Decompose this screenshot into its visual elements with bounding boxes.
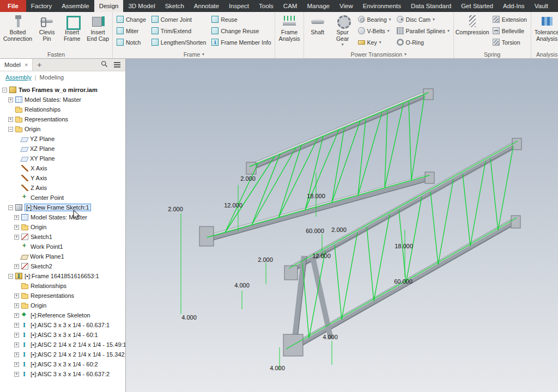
tree-item-reference-skeleton[interactable]: +[•]:Reference Skeleton [0,310,125,320]
tree-item-origin[interactable]: −Origin [0,124,125,134]
ribbon-panel-label-fasten[interactable]: Fasten [0,50,112,58]
torsion-button[interactable]: Torsion [490,36,529,48]
tree-item-center-point[interactable]: Center Point [0,193,125,203]
browser-filter-menu-icon[interactable] [114,62,120,68]
viewport-3d[interactable]: 2.00012.00018.0002.00060.0002.0002.00012… [126,59,558,392]
disc-cam-button[interactable]: Disc Cam▾ [395,14,452,25]
expander-plus-icon[interactable]: + [14,235,19,240]
trim-extend-button[interactable]: Trim/Extend [149,25,209,36]
miter-button[interactable]: Miter [114,25,148,36]
expander-plus-icon[interactable]: + [14,372,19,377]
bolted-connection-button[interactable]: BoltedConnection [2,13,34,43]
menu-tab-cam[interactable]: CAM [278,0,302,12]
bearing-button[interactable]: Bearing▾ [356,14,393,25]
tree-item-origin[interactable]: +Origin [0,222,125,232]
tree-item-aisc-3-x-3-x-1-4-60-637-2[interactable]: +[•]:AISC 3 x 3 x 1/4 - 60.637:2 [0,369,125,379]
insert-end-cap-button[interactable]: InsertEnd Cap [85,13,111,43]
compression-button[interactable]: Compression [456,13,489,36]
expander-plus-icon[interactable]: + [14,303,19,308]
tree-item-representations[interactable]: +Representations [0,114,125,124]
notch-button[interactable]: Notch [114,36,148,48]
expander-plus-icon[interactable]: + [14,313,19,318]
parallel-splines-button[interactable]: Parallel Splines▾ [395,25,452,36]
change-reuse-button[interactable]: Change Reuse [209,25,273,36]
expander-plus-icon[interactable]: + [14,264,19,269]
tree-item-work-plane1[interactable]: Work Plane1 [0,252,125,261]
menu-tab-file[interactable]: File [0,0,26,12]
menu-tab-collaborate[interactable]: Collaborate [553,0,558,12]
insert-frame-button[interactable]: InsertFrame [60,13,84,43]
expander-plus-icon[interactable]: + [14,293,19,298]
tree-item-aisc-3-x-3-x-1-4-60-637-1[interactable]: +[•]:AISC 3 x 3 x 1/4 - 60.637:1 [0,320,125,330]
tree-item-aisc-2-1-4-x-2-1-4-x-1-4-15-342-1[interactable]: +[•]:AISC 2 1/4 x 2 1/4 x 1/4 - 15.342:1 [0,350,125,359]
add-browser-tab-button[interactable]: + [33,60,46,69]
menu-tab-add-ins[interactable]: Add-Ins [498,0,530,12]
browser-mode-assembly[interactable]: Assembly [5,74,32,81]
menu-tab-data-standard[interactable]: Data Standard [406,0,456,12]
tree-item-xz-plane[interactable]: XZ Plane [0,144,125,154]
frame-analysis-button[interactable]: FrameAnalysis [277,13,301,43]
expander-plus-icon[interactable]: + [14,362,19,367]
expander-minus-icon[interactable]: − [2,88,7,93]
tree-item-representations[interactable]: +Representations [0,291,125,301]
expander-plus-icon[interactable]: + [14,352,19,357]
menu-tab-design[interactable]: Design [94,0,124,12]
menu-tab-sketch[interactable]: Sketch [160,0,189,12]
menu-tab-annotate[interactable]: Annotate [189,0,224,12]
tree-item-model-states-master[interactable]: +Model States: Master [0,95,125,105]
expander-plus-icon[interactable]: + [8,97,13,102]
expander-plus-icon[interactable]: + [8,117,13,122]
menu-tab-assemble[interactable]: Assemble [57,0,94,12]
menu-tab-tools[interactable]: Tools [254,0,278,12]
corner-joint-button[interactable]: Corner Joint [149,14,209,25]
expander-minus-icon[interactable]: − [8,127,13,132]
menu-tab-vault[interactable]: Vault [530,0,553,12]
expander-plus-icon[interactable]: + [14,215,19,220]
tree-item-aisc-3-x-3-x-1-4-60-1[interactable]: +[•]:AISC 3 x 3 x 1/4 - 60:1 [0,330,125,340]
ribbon-panel-label-frame[interactable]: Frame▾ [113,50,275,58]
shaft-button[interactable]: Shaft [306,13,330,36]
tree-item-relationships[interactable]: Relationships [0,281,125,291]
tree-item-sketch1[interactable]: +Sketch1 [0,232,125,242]
expander-plus-icon[interactable]: + [14,333,19,338]
menu-tab-3d-model[interactable]: 3D Model [123,0,160,12]
menu-tab-view[interactable]: View [335,0,358,12]
tree-item-aisc-2-1-4-x-2-1-4-x-1-4-15-49-1[interactable]: +[•]:AISC 2 1/4 x 2 1/4 x 1/4 - 15.49:1 [0,340,125,350]
frame-member-info-button[interactable]: Frame Member Info [209,36,273,48]
lengthen-shorten-button[interactable]: Lengthen/Shorten [149,36,209,48]
extension-button[interactable]: Extension [490,14,529,25]
tolerance-analysis-button[interactable]: ToleranceAnalysis [533,13,558,43]
tree-item-yz-plane[interactable]: YZ Plane [0,134,125,144]
ribbon-panel-label-spring[interactable]: Spring [454,50,531,58]
browser-mode-modeling[interactable]: Modeling [40,74,64,81]
change-button[interactable]: Change [114,14,148,25]
tree-item-xy-plane[interactable]: XY Plane [0,154,125,163]
search-icon[interactable] [101,60,108,70]
o-ring-button[interactable]: O-Ring [395,36,452,48]
expander-plus-icon[interactable]: + [14,225,19,230]
clevis-pin-button[interactable]: ClevisPin [35,13,59,43]
v-belts-button[interactable]: V-Belts▾ [356,25,393,36]
spur-gear-button[interactable]: SpurGear▾ [331,13,355,47]
belleville-button[interactable]: Belleville [490,25,529,36]
tree-item-aisc-3-x-3-x-1-4-60-2[interactable]: +[•]:AISC 3 x 3 x 1/4 - 60:2 [0,359,125,369]
expander-plus-icon[interactable]: + [14,323,19,328]
menu-tab-inspect[interactable]: Inspect [224,0,254,12]
close-icon[interactable]: × [25,62,28,68]
reuse-button[interactable]: Reuse [209,14,273,25]
tree-item-frame-1641851616653-1[interactable]: −[•]:Frame 1641851616653:1 [0,271,125,281]
menu-tab-get-started[interactable]: Get Started [456,0,498,12]
menu-tab-manage[interactable]: Manage [302,0,335,12]
menu-tab-environments[interactable]: Environments [358,0,406,12]
browser-tab-model[interactable]: Model × [0,59,33,71]
expander-plus-icon[interactable]: + [14,342,19,347]
tree-item-origin[interactable]: +Origin [0,301,125,310]
key-button[interactable]: Key▾ [356,36,393,48]
tree-item-new-frame-sketch-1[interactable]: −[•]:New Frame Sketch:1 [0,203,125,212]
tree-item-work-point1[interactable]: Work Point1 [0,242,125,252]
ribbon-panel-label-frame-analysis[interactable] [275,50,303,58]
tree-item-y-axis[interactable]: Y Axis [0,173,125,183]
ribbon-panel-label-analysis[interactable]: Analysis [531,50,558,58]
tree-item-two-frames-w-o-mirror-iam[interactable]: −Two Frames w_o mirror.iam [0,85,125,95]
tree-item-z-axis[interactable]: Z Axis [0,183,125,193]
